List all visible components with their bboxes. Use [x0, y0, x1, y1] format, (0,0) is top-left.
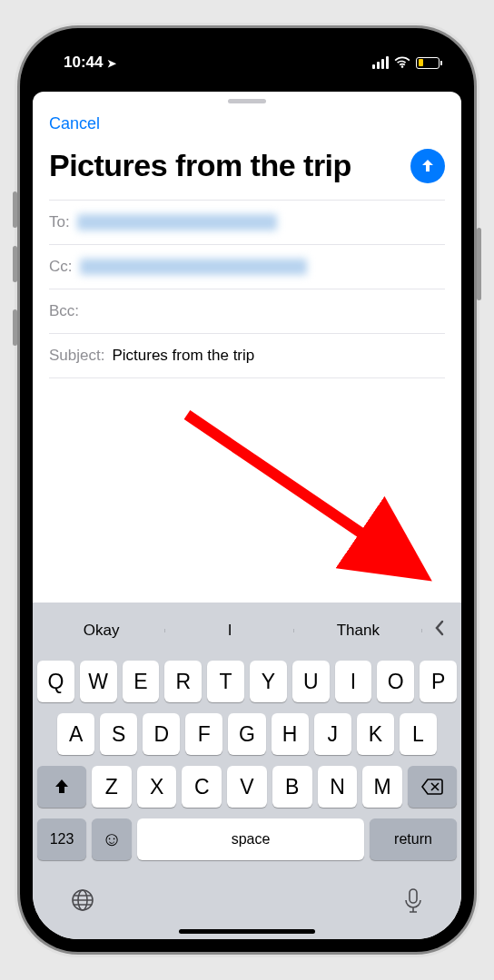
keyboard: Okay I Thank Q W E R T Y U I O	[33, 603, 461, 939]
to-field[interactable]: To:	[49, 200, 445, 245]
fields: To: Cc: Bcc: Subject: Pictures from the …	[33, 200, 461, 378]
key-i[interactable]: I	[335, 661, 372, 702]
key-z[interactable]: Z	[92, 766, 132, 808]
wifi-icon	[394, 56, 410, 69]
key-l[interactable]: L	[400, 713, 437, 755]
battery-icon	[416, 57, 440, 69]
key-d[interactable]: D	[143, 713, 180, 755]
key-n[interactable]: N	[318, 766, 358, 808]
key-r[interactable]: R	[164, 661, 202, 702]
key-k[interactable]: K	[357, 713, 394, 755]
cancel-button[interactable]: Cancel	[49, 114, 100, 132]
cellular-signal-icon	[372, 56, 389, 69]
screen: 10:44 ➤ Cancel Pictures from the trip	[33, 41, 461, 939]
key-p[interactable]: P	[420, 661, 457, 702]
key-o[interactable]: O	[377, 661, 414, 702]
numbers-key[interactable]: 123	[37, 818, 86, 860]
bcc-label: Bcc:	[49, 302, 79, 320]
card-header: Cancel	[33, 103, 461, 139]
key-y[interactable]: Y	[250, 661, 287, 702]
annotation-arrow	[178, 406, 450, 605]
key-u[interactable]: U	[292, 661, 330, 702]
phone-frame: 10:44 ➤ Cancel Pictures from the trip	[20, 28, 474, 952]
suggestion-2[interactable]: I	[165, 622, 293, 640]
key-row-2: A S D F G H J K L	[37, 713, 457, 755]
shift-icon	[52, 777, 72, 797]
backspace-key[interactable]	[408, 766, 457, 808]
chevron-left-icon	[433, 619, 446, 637]
key-c[interactable]: C	[182, 766, 222, 808]
key-w[interactable]: W	[80, 661, 117, 702]
status-time: 10:44 ➤	[64, 54, 116, 72]
send-button[interactable]	[410, 149, 445, 183]
key-b[interactable]: B	[272, 766, 312, 808]
suggestion-3[interactable]: Thank	[294, 622, 422, 640]
key-h[interactable]: H	[272, 713, 309, 755]
compose-card: Cancel Pictures from the trip To: Cc:	[33, 92, 461, 939]
key-q[interactable]: Q	[37, 661, 74, 702]
mic-icon[interactable]	[402, 887, 424, 915]
key-j[interactable]: J	[314, 713, 351, 755]
bcc-field[interactable]: Bcc:	[49, 289, 445, 334]
suggestion-row: Okay I Thank	[37, 610, 457, 652]
body-area[interactable]	[33, 378, 461, 603]
cc-label: Cc:	[49, 258, 73, 276]
notch	[147, 28, 347, 59]
backspace-icon	[421, 779, 443, 795]
key-v[interactable]: V	[227, 766, 267, 808]
compose-title-row: Pictures from the trip	[33, 139, 461, 200]
status-right	[372, 56, 440, 69]
subject-value: Pictures from the trip	[112, 347, 445, 365]
key-row-1: Q W E R T Y U I O P	[37, 661, 457, 702]
expand-suggestions-button[interactable]	[422, 619, 457, 642]
key-g[interactable]: G	[228, 713, 265, 755]
space-key[interactable]: space	[137, 818, 364, 860]
key-s[interactable]: S	[100, 713, 137, 755]
arrow-up-icon	[419, 157, 437, 175]
shift-key[interactable]	[37, 766, 86, 808]
svg-rect-7	[410, 889, 417, 903]
keyboard-bottom	[37, 871, 457, 922]
key-a[interactable]: A	[57, 713, 94, 755]
subject-field[interactable]: Subject: Pictures from the trip	[49, 334, 445, 378]
suggestion-1[interactable]: Okay	[37, 622, 165, 640]
globe-icon[interactable]	[70, 887, 95, 913]
key-m[interactable]: M	[362, 766, 402, 808]
to-label: To:	[49, 213, 70, 231]
compose-title: Pictures from the trip	[49, 148, 351, 183]
cc-field[interactable]: Cc:	[49, 245, 445, 289]
emoji-key[interactable]: ☺	[92, 818, 132, 860]
key-x[interactable]: X	[137, 766, 177, 808]
return-key[interactable]: return	[370, 818, 457, 860]
key-t[interactable]: T	[207, 661, 244, 702]
key-e[interactable]: E	[123, 661, 160, 702]
cc-value-redacted	[80, 259, 307, 275]
home-indicator[interactable]	[179, 929, 315, 934]
key-row-3: Z X C V B N M	[37, 766, 457, 808]
subject-label: Subject:	[49, 347, 104, 365]
key-f[interactable]: F	[185, 713, 222, 755]
to-value-redacted	[77, 214, 277, 230]
svg-line-1	[187, 415, 414, 569]
key-row-4: 123 ☺ space return	[37, 818, 457, 860]
